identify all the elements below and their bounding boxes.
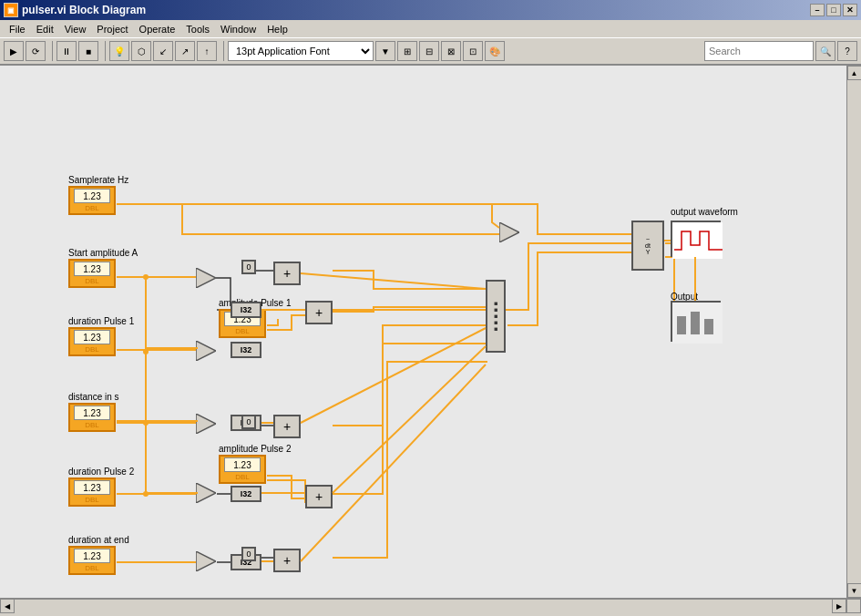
add-node2[interactable]: + — [305, 301, 333, 324]
build-array-node[interactable]: ■■■■■ — [486, 280, 506, 353]
tb-align[interactable]: ⊞ — [397, 41, 417, 61]
junction-1 — [143, 274, 149, 280]
amplitude-pulse2-value[interactable]: 1.23 — [224, 457, 261, 472]
duration-at-end-control[interactable]: duration at end 1.23 DBL — [68, 535, 129, 575]
tb-sep3 — [220, 41, 224, 61]
tb-dist[interactable]: ⊟ — [419, 41, 439, 61]
multiply1-node[interactable] — [196, 268, 216, 288]
menu-bar: File Edit View Project Operate Tools Win… — [0, 20, 861, 38]
scrollbar-bottom[interactable] — [15, 599, 832, 616]
distance-in-s-control[interactable]: distance in s 1.23 DBL — [68, 392, 119, 432]
i32-box4: I32 — [231, 486, 261, 502]
tb-step-into[interactable]: ↙ — [153, 41, 173, 61]
window-title: pulser.vi Block Diagram — [22, 4, 146, 16]
samplerate-label: Samplerate Hz — [68, 175, 128, 185]
i32-box2: I32 — [231, 342, 261, 358]
amplifier-node[interactable] — [499, 222, 519, 242]
menu-help[interactable]: Help — [261, 22, 293, 36]
tb-step-over[interactable]: ↗ — [175, 41, 195, 61]
tb-sep1 — [49, 41, 53, 61]
maximize-button[interactable]: □ — [826, 4, 841, 16]
samplerate-type: DBL — [85, 204, 99, 212]
amplitude-pulse2-control[interactable]: amplitude Pulse 2 1.23 DBL — [219, 444, 292, 484]
multiply4-node[interactable] — [196, 483, 216, 503]
multiply2-node[interactable] — [196, 341, 216, 361]
menu-project[interactable]: Project — [91, 22, 133, 36]
tb-abort[interactable]: ■ — [78, 41, 98, 61]
tb-run-cont[interactable]: ⟳ — [26, 41, 46, 61]
duration-pulse2-numeric[interactable]: 1.23 DBL — [68, 477, 116, 507]
tb-clean[interactable]: ⬡ — [131, 41, 151, 61]
tb-sep2 — [102, 41, 106, 61]
scroll-up-button[interactable]: ▲ — [847, 66, 862, 80]
add-node5[interactable]: + — [273, 549, 301, 572]
waveform-timing-node[interactable]: ~ dt Y — [631, 221, 664, 271]
tb-run[interactable]: ▶ — [4, 41, 24, 61]
tb-pause[interactable]: ⏸ — [56, 41, 77, 61]
output-chart[interactable] — [671, 301, 721, 342]
waveform-chart[interactable] — [671, 221, 721, 257]
menu-tools[interactable]: Tools — [180, 22, 215, 36]
svg-marker-1 — [196, 341, 216, 361]
tb-order[interactable]: ⊡ — [463, 41, 483, 61]
start-amplitude-control[interactable]: Start amplitude A 1.23 DBL — [68, 248, 138, 288]
menu-edit[interactable]: Edit — [31, 22, 59, 36]
duration-at-end-type: DBL — [85, 564, 99, 572]
svg-rect-9 — [691, 312, 700, 334]
tb-color[interactable]: 🎨 — [485, 41, 505, 61]
duration-at-end-label: duration at end — [68, 535, 129, 545]
distance-in-s-value[interactable]: 1.23 — [74, 406, 110, 420]
search-button[interactable]: 🔍 — [815, 41, 835, 61]
duration-pulse1-type: DBL — [85, 345, 99, 354]
tb-step-out[interactable]: ↑ — [197, 41, 217, 61]
duration-pulse1-control[interactable]: duration Pulse 1 1.23 DBL — [68, 316, 134, 356]
svg-marker-2 — [196, 414, 216, 434]
tb-font-down[interactable]: ▼ — [375, 41, 395, 61]
help-button[interactable]: ? — [837, 41, 857, 61]
menu-file[interactable]: File — [4, 22, 31, 36]
scroll-down-button[interactable]: ▼ — [847, 583, 862, 598]
duration-at-end-numeric[interactable]: 1.23 DBL — [68, 546, 116, 575]
duration-pulse1-numeric[interactable]: 1.23 DBL — [68, 327, 116, 356]
scroll-right-button[interactable]: ▶ — [832, 599, 846, 613]
duration-pulse2-label: duration Pulse 2 — [68, 467, 134, 477]
add-node3[interactable]: + — [273, 415, 301, 438]
samplerate-value[interactable]: 1.23 — [74, 189, 110, 203]
junction-4 — [143, 491, 149, 497]
title-bar: ▣ pulser.vi Block Diagram – □ ✕ — [0, 0, 861, 20]
minimize-button[interactable]: – — [810, 4, 825, 16]
samplerate-control[interactable]: Samplerate Hz 1.23 DBL — [68, 175, 128, 215]
distance-in-s-type: DBL — [85, 421, 99, 429]
duration-at-end-value[interactable]: 1.23 — [74, 549, 110, 563]
start-amplitude-numeric[interactable]: 1.23 DBL — [68, 259, 116, 288]
canvas[interactable]: Samplerate Hz 1.23 DBL Start amplitude A… — [0, 66, 846, 598]
scroll-left-button[interactable]: ◀ — [0, 599, 15, 613]
output-waveform-label: output waveform — [671, 207, 738, 217]
junction-3 — [143, 420, 149, 426]
start-amplitude-value[interactable]: 1.23 — [74, 262, 110, 276]
window-controls[interactable]: – □ ✕ — [810, 4, 857, 16]
duration-pulse2-value[interactable]: 1.23 — [74, 480, 110, 495]
add-node4[interactable]: + — [305, 485, 333, 508]
add-node1[interactable]: + — [273, 262, 301, 285]
i32-box1: I32 — [231, 302, 261, 318]
duration-pulse1-value[interactable]: 1.23 — [74, 330, 110, 344]
samplerate-numeric[interactable]: 1.23 DBL — [68, 186, 116, 215]
tb-probe[interactable]: 💡 — [109, 41, 129, 61]
menu-window[interactable]: Window — [215, 22, 261, 36]
duration-pulse2-control[interactable]: duration Pulse 2 1.23 DBL — [68, 467, 134, 507]
menu-view[interactable]: View — [59, 22, 92, 36]
search-input[interactable] — [704, 41, 814, 61]
tb-resize[interactable]: ⊠ — [441, 41, 461, 61]
multiply3-node[interactable] — [196, 414, 216, 434]
window-icon: ▣ — [4, 3, 18, 17]
svg-marker-3 — [196, 483, 216, 503]
scrollbar-right[interactable]: ▲ ▼ — [846, 66, 861, 598]
multiply5-node[interactable] — [196, 551, 216, 571]
amplitude-pulse2-numeric[interactable]: 1.23 DBL — [219, 455, 266, 484]
junction-2 — [143, 349, 149, 354]
close-button[interactable]: ✕ — [843, 4, 857, 16]
menu-operate[interactable]: Operate — [134, 22, 181, 36]
distance-in-s-numeric[interactable]: 1.23 DBL — [68, 403, 116, 432]
font-select[interactable]: 13pt Application Font — [228, 41, 374, 61]
